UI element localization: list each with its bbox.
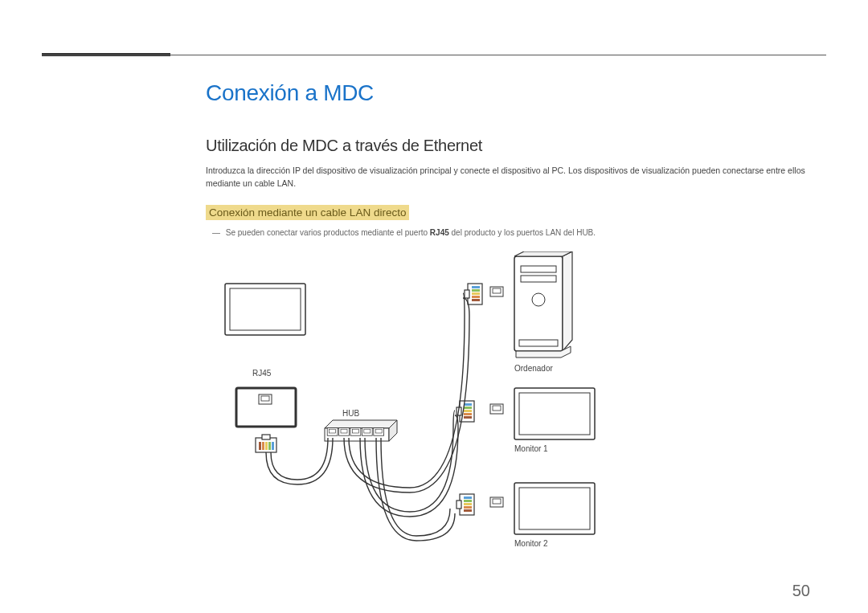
page-content: Conexión a MDC Utilización de MDC a trav… (206, 80, 810, 573)
section-title: Utilización de MDC a través de Ethernet (206, 137, 810, 155)
note-text-b: del producto y los puertos LAN del HUB. (449, 228, 596, 237)
diagram-svg (217, 251, 635, 573)
rj45-panel-icon (236, 388, 296, 427)
svg-rect-15 (519, 340, 558, 346)
computer-icon (514, 251, 572, 358)
note-bold: RJ45 (430, 228, 449, 237)
subsection-title: Conexión mediante un cable LAN directo (206, 205, 409, 220)
monitor1-icon (514, 388, 595, 439)
label-computer: Ordenador (514, 364, 553, 373)
hub-icon (325, 420, 397, 441)
note-text-a: Se pueden conectar varios productos medi… (226, 228, 430, 237)
source-monitor-icon (225, 284, 305, 335)
label-rj45: RJ45 (252, 369, 271, 378)
monitor2-icon (514, 483, 595, 534)
note-dash: ― (212, 228, 223, 237)
label-monitor1: Monitor 1 (514, 444, 548, 453)
intro-paragraph: Introduzca la dirección IP del dispositi… (206, 165, 810, 190)
label-monitor2: Monitor 2 (514, 539, 548, 548)
connection-diagram: RJ45 HUB Ordenador Monitor 1 Monitor 2 (217, 251, 635, 573)
label-hub: HUB (342, 409, 359, 418)
page-title: Conexión a MDC (206, 80, 810, 106)
page-number: 50 (792, 582, 810, 600)
header-rule (42, 55, 826, 55)
svg-rect-11 (514, 256, 563, 351)
note-paragraph: ― Se pueden conectar varios productos me… (212, 228, 810, 237)
